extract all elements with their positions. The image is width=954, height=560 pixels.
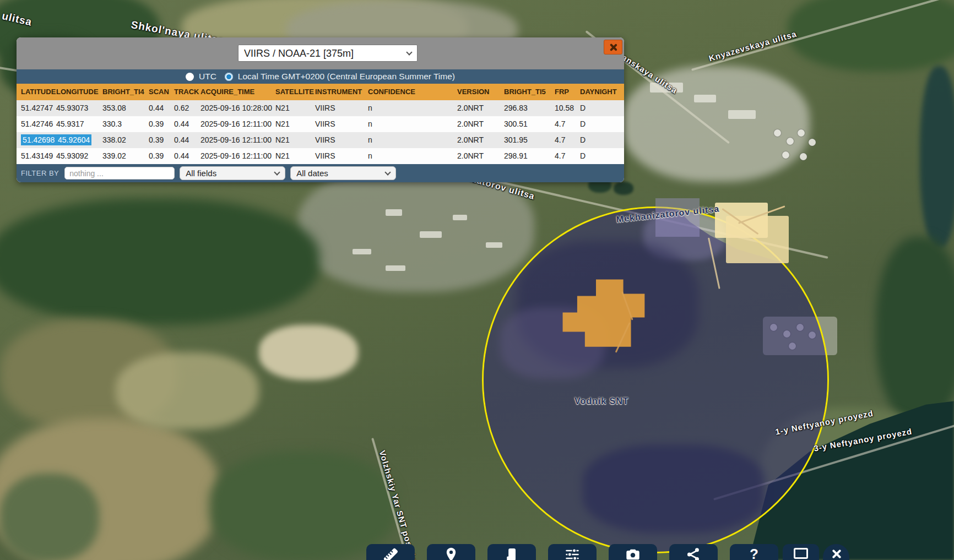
building [728,110,756,119]
door-icon [504,547,519,560]
x-icon [831,548,842,559]
fields-select-wrap: All fields [180,166,285,180]
share-button[interactable] [669,544,718,560]
help-button[interactable]: ? [730,544,778,560]
oil-tank [774,129,781,137]
building [420,231,442,238]
highlighted-cell: 45.92604 [56,134,91,145]
adjustments-button[interactable] [548,544,597,560]
close-button[interactable] [604,40,622,55]
dataset-select-wrap: VIIRS / NOAA-21 [375m] [238,45,418,62]
close-icon [609,43,617,52]
column-header: BRIGHT_TI5 [504,84,555,100]
utc-radio[interactable] [186,73,194,81]
question-icon: ? [750,547,758,560]
column-header: BRIGHT_TI4 [102,84,149,100]
building [453,215,467,220]
oil-tank [809,139,816,146]
detection-footprint-beige [726,216,789,263]
terrain-patch [209,452,397,560]
oil-tank [787,138,794,145]
local-time-radio-label[interactable]: Local Time GMT+0200 (Central European Su… [238,72,455,81]
building [386,209,402,216]
rectangle-icon [794,548,808,559]
column-header: VERSION [457,84,504,100]
dates-select-wrap: All dates [290,166,396,180]
door-button[interactable] [487,544,536,560]
terrain-patch [0,474,99,560]
column-header: FRP [555,84,580,100]
utc-radio-label[interactable]: UTC [199,72,216,81]
column-header: SCAN [149,84,174,100]
fire-data-panel: VIIRS / NOAA-21 [375m] UTC Local Time GM… [17,37,624,182]
column-header: INSTRUMENT [315,84,368,100]
column-header: LATITUDE [21,84,56,100]
time-mode-bar: UTC Local Time GMT+0200 (Central Europea… [17,69,624,84]
share-icon [686,547,701,560]
column-header: ACQUIRE_TIME [200,84,275,100]
terrain-patch [116,352,259,429]
dataset-select[interactable]: VIIRS / NOAA-21 [375m] [238,45,418,62]
column-header: TRACK [174,84,200,100]
screenshot-button[interactable] [609,544,657,560]
highlighted-cell: 51.42698 [21,134,56,145]
column-header: SATELLITE [275,84,315,100]
river [920,66,954,248]
camera-icon [625,547,641,560]
location-button[interactable] [427,544,475,560]
frame-button[interactable] [783,544,819,560]
table-row[interactable]: 51.42746 45.9317 330.3 0.39 0.44 2025-09… [17,116,624,132]
oil-tank [798,129,805,137]
column-header: CONFIDENCE [368,84,457,100]
fields-select[interactable]: All fields [180,166,285,180]
quarry [259,325,358,380]
building [353,249,371,254]
table-row-selected[interactable]: 51.42698 45.92604 338.02 0.39 0.44 2025-… [17,132,624,148]
forest [0,198,319,325]
map-viewer: vaya ulitsa Shkol'naya ulitsa Bryanskaya… [0,0,954,560]
panel-header[interactable]: VIIRS / NOAA-21 [375m] [17,37,624,69]
table-header-row: LATITUDE LONGITUDE BRIGHT_TI4 SCAN TRACK… [17,84,624,100]
table-row[interactable]: 51.42747 45.93073 353.08 0.44 0.62 2025-… [17,100,624,116]
column-header: DAYNIGHT [580,84,620,100]
local-time-radio[interactable] [225,73,233,81]
building [486,242,502,248]
area-label-vodnik-snt: Vodnik SNT [574,396,629,406]
measure-button[interactable] [366,544,415,560]
column-header: LONGITUDE [56,84,102,100]
building [694,95,716,102]
dates-select[interactable]: All dates [290,166,396,180]
forest [876,237,954,424]
filter-by-label: FILTER BY [21,169,59,177]
sliders-icon [565,547,580,560]
oil-tank [800,153,807,160]
pond [614,182,633,195]
ruler-icon [382,547,399,560]
pond [579,182,589,189]
filter-bar: FILTER BY All fields All dates [17,164,624,182]
building [386,265,405,271]
oil-tank [782,151,789,159]
table-row[interactable]: 51.43149 45.93092 339.02 0.39 0.44 2025-… [17,148,624,164]
location-pin-icon [443,547,459,560]
filter-input[interactable] [64,167,175,180]
